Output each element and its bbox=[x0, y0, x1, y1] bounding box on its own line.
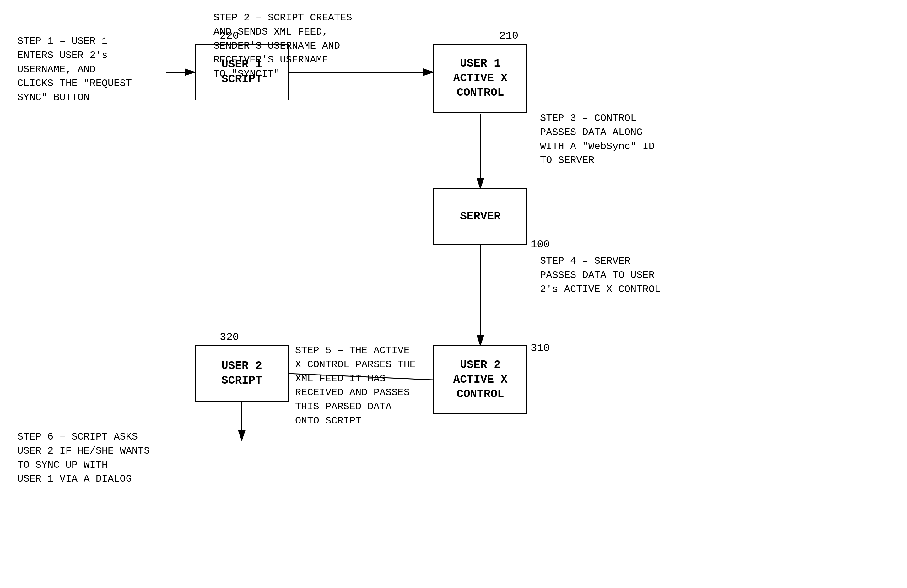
step2-label: STEP 2 – SCRIPT CREATES AND SENDS XML FE… bbox=[213, 11, 421, 81]
ref-210: 210 bbox=[499, 30, 518, 42]
server-box: SERVER bbox=[433, 188, 527, 245]
ref-100: 100 bbox=[530, 239, 550, 250]
user2-script-box: USER 2 SCRIPT bbox=[195, 345, 289, 402]
server-label: SERVER bbox=[460, 209, 501, 224]
user1-activex-label: USER 1 ACTIVE X CONTROL bbox=[454, 56, 508, 101]
diagram-container: USER 1 SCRIPT 220 USER 1 ACTIVE X CONTRO… bbox=[0, 0, 907, 588]
step3-label: STEP 3 – CONTROL PASSES DATA ALONG WITH … bbox=[540, 111, 760, 168]
user2-script-label: USER 2 SCRIPT bbox=[221, 359, 262, 388]
step4-label: STEP 4 – SERVER PASSES DATA TO USER 2's … bbox=[540, 254, 760, 296]
step1-label: STEP 1 – USER 1 ENTERS USER 2's USERNAME… bbox=[17, 35, 181, 105]
step6-label: STEP 6 – SCRIPT ASKS USER 2 IF HE/SHE WA… bbox=[17, 430, 187, 486]
user2-activex-label: USER 2 ACTIVE X CONTROL bbox=[454, 358, 508, 402]
user1-activex-box: USER 1 ACTIVE X CONTROL bbox=[433, 44, 527, 113]
step5-label: STEP 5 – THE ACTIVE X CONTROL PARSES THE… bbox=[295, 344, 430, 428]
ref-310: 310 bbox=[530, 342, 550, 354]
user2-activex-box: USER 2 ACTIVE X CONTROL bbox=[433, 345, 527, 414]
ref-320: 320 bbox=[220, 331, 239, 343]
